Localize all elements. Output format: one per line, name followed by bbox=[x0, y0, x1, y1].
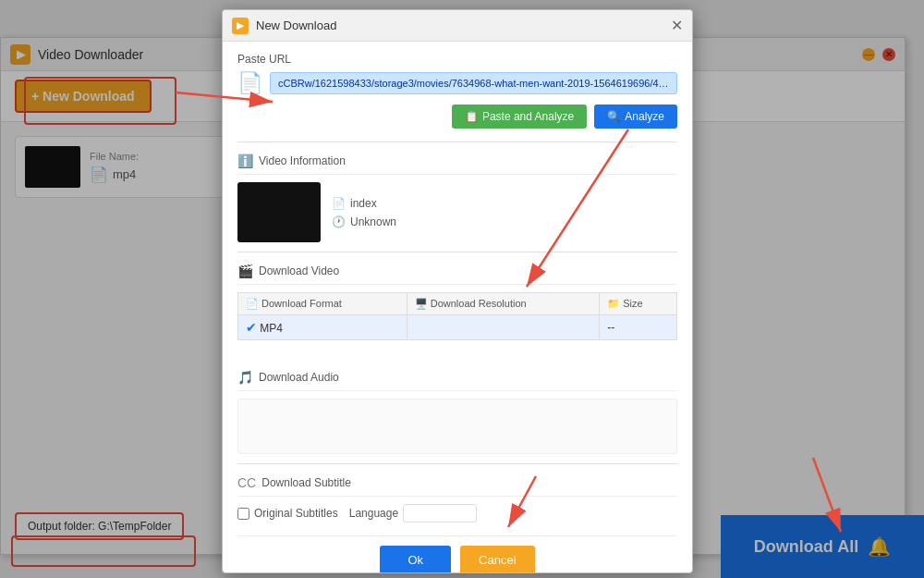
col-format: 📄 Download Format bbox=[238, 293, 407, 315]
modal-footer: Ok Cancel bbox=[237, 535, 677, 572]
info-icon: ℹ️ bbox=[237, 154, 253, 168]
size-cell: -- bbox=[600, 315, 677, 340]
download-audio-header: 🎵 Download Audio bbox=[237, 364, 677, 391]
modal-logo: ▶ bbox=[232, 18, 249, 34]
format-col-icon: 📄 bbox=[246, 298, 259, 309]
paste-icon: 📋 bbox=[465, 110, 479, 123]
resolution-col-icon: 🖥️ bbox=[415, 298, 428, 309]
selected-check-icon: ✔ bbox=[246, 320, 257, 335]
new-download-modal: ▶ New Download ✕ Paste URL 📄 cCBRw/16215… bbox=[222, 9, 693, 573]
video-duration-item: 🕐 Unknown bbox=[332, 215, 396, 228]
url-icon: 📄 bbox=[237, 71, 262, 95]
download-video-table: 📄 Download Format 🖥️ Download Resolution… bbox=[237, 292, 677, 340]
ok-button[interactable]: Ok bbox=[380, 546, 451, 572]
clock-icon: 🕐 bbox=[332, 215, 346, 228]
paste-and-analyze-button[interactable]: 📋 Paste and Analyze bbox=[452, 105, 587, 129]
video-title-item: 📄 index bbox=[332, 197, 396, 210]
download-video-title: Download Video bbox=[259, 264, 339, 277]
table-row[interactable]: ✔ MP4 -- bbox=[238, 315, 677, 340]
video-meta: 📄 index 🕐 Unknown bbox=[332, 182, 396, 242]
original-subtitles-checkbox-row: Original Subtitles bbox=[237, 507, 338, 520]
video-duration: Unknown bbox=[350, 215, 396, 228]
video-title: index bbox=[350, 197, 377, 210]
size-col-icon: 📁 bbox=[607, 298, 620, 309]
subtitle-icon: CC bbox=[237, 475, 256, 490]
video-icon: 🎬 bbox=[237, 264, 253, 278]
title-icon: 📄 bbox=[332, 197, 346, 210]
download-subtitle-header: CC Download Subtitle bbox=[237, 470, 677, 497]
video-info-header: ℹ️ Video Information bbox=[237, 148, 677, 175]
video-info-row: 📄 index 🕐 Unknown bbox=[237, 182, 677, 242]
search-icon: 🔍 bbox=[607, 110, 621, 123]
col-size: 📁 Size bbox=[600, 293, 677, 315]
url-row: 📄 cCBRw/1621598433/storage3/movies/76349… bbox=[237, 71, 677, 95]
download-audio-title: Download Audio bbox=[259, 371, 339, 384]
divider-1 bbox=[237, 141, 677, 142]
language-select[interactable] bbox=[403, 504, 477, 523]
video-thumbnail bbox=[237, 182, 321, 242]
language-select-row: Language bbox=[349, 504, 477, 523]
divider-2 bbox=[237, 252, 677, 252]
language-label: Language bbox=[349, 507, 398, 520]
paste-url-label: Paste URL bbox=[237, 53, 677, 66]
analyze-button[interactable]: 🔍 Analyze bbox=[594, 105, 677, 129]
col-resolution: 🖥️ Download Resolution bbox=[407, 293, 600, 315]
divider-3 bbox=[237, 463, 677, 464]
subtitle-row: Original Subtitles Language bbox=[237, 504, 677, 523]
cancel-button[interactable]: Cancel bbox=[460, 546, 534, 572]
modal-title: New Download bbox=[256, 18, 671, 32]
resolution-cell bbox=[407, 315, 600, 340]
format-cell: ✔ MP4 bbox=[238, 315, 407, 340]
modal-close-button[interactable]: ✕ bbox=[671, 18, 683, 33]
video-info-title: Video Information bbox=[259, 154, 346, 167]
original-subtitles-checkbox[interactable] bbox=[237, 508, 249, 520]
url-action-buttons: 📋 Paste and Analyze 🔍 Analyze bbox=[237, 105, 677, 129]
download-subtitle-title: Download Subtitle bbox=[261, 476, 351, 489]
original-subtitles-label: Original Subtitles bbox=[254, 507, 338, 520]
modal-body: Paste URL 📄 cCBRw/1621598433/storage3/mo… bbox=[223, 42, 692, 572]
audio-icon: 🎵 bbox=[237, 370, 253, 385]
url-input[interactable]: cCBRw/1621598433/storage3/movies/7634968… bbox=[270, 72, 677, 94]
download-video-header: 🎬 Download Video bbox=[237, 258, 677, 285]
audio-empty-section bbox=[237, 399, 677, 454]
modal-titlebar: ▶ New Download ✕ bbox=[223, 10, 692, 42]
